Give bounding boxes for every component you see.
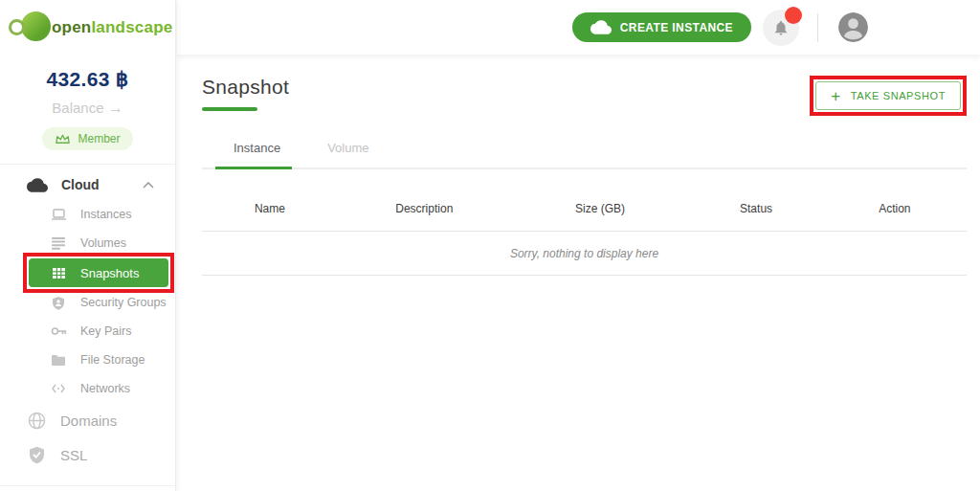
title-block: Snapshot [202, 76, 289, 111]
person-icon [838, 12, 868, 42]
crown-icon [55, 132, 71, 145]
sidebar-item-label: Domains [60, 413, 154, 429]
title-underline [202, 107, 257, 111]
chevron-up-icon [143, 182, 154, 189]
logo[interactable]: openlandscape [0, 0, 175, 49]
tab-bar: Instance Volume [202, 141, 967, 169]
main-content: Snapshot + TAKE SNAPSHOT Instance Volume… [177, 55, 980, 491]
create-instance-label: CREATE INSTANCE [620, 21, 733, 34]
table-empty-state: Sorry, nothing to display here [202, 232, 967, 275]
sidebar-item-instances[interactable]: Instances [0, 200, 175, 229]
sidebar-item-label: Key Pairs [80, 324, 132, 338]
sidebar-section-label: Cloud [61, 177, 143, 192]
plus-icon: + [831, 88, 841, 104]
logo-text-open: open [52, 18, 91, 36]
page-title: Snapshot [202, 76, 289, 99]
sidebar-item-label: Networks [80, 382, 130, 395]
sidebar-item-label: Security Groups [80, 296, 167, 309]
table-header-status: Status [689, 202, 822, 215]
key-pairs-icon [49, 325, 68, 337]
topbar: CREATE INSTANCE [177, 0, 980, 55]
sidebar-item-security-groups[interactable]: Security Groups [0, 288, 175, 317]
member-badge-label: Member [78, 132, 120, 145]
volumes-icon [49, 236, 68, 250]
sidebar-section-cloud[interactable]: Cloud [0, 169, 175, 200]
table-header-row: Name Description Size (GB) Status Action [202, 202, 967, 215]
sidebar-section-billing[interactable]: Billing [0, 486, 175, 491]
balance-block: 432.63 ฿ Balance → Member [0, 68, 175, 150]
sidebar-nav: Cloud Instances [0, 165, 175, 491]
snapshots-icon [49, 267, 68, 279]
sidebar: openlandscape 432.63 ฿ Balance → Member [0, 0, 176, 491]
globe-icon [24, 412, 49, 430]
create-instance-button[interactable]: CREATE INSTANCE [572, 12, 751, 42]
sidebar-item-label: Snapshots [80, 266, 139, 280]
notification-unread-badge [785, 7, 802, 24]
sidebar-item-domains[interactable]: Domains [0, 403, 175, 437]
tab-volume[interactable]: Volume [327, 141, 368, 167]
balance-link[interactable]: Balance → [0, 100, 175, 117]
table-header-action: Action [823, 202, 967, 215]
logo-text-landscape: landscape [91, 18, 172, 36]
sidebar-item-key-pairs[interactable]: Key Pairs [0, 317, 175, 346]
cloud-icon [26, 178, 49, 192]
shield-check-icon [24, 446, 49, 464]
balance-amount: 432.63 ฿ [0, 68, 175, 91]
openlandscape-logo-icon [8, 11, 52, 43]
sidebar-item-label: Instances [80, 208, 132, 221]
sidebar-item-label: File Storage [80, 353, 145, 367]
cloud-icon [590, 20, 612, 34]
networks-icon [49, 383, 68, 394]
sidebar-item-label: SSL [60, 447, 154, 463]
balance-label: Balance [52, 100, 103, 116]
sidebar-item-snapshots[interactable]: Snapshots [29, 258, 168, 287]
tab-instance[interactable]: Instance [234, 141, 280, 167]
table-header-size: Size (GB) [511, 202, 690, 215]
arrow-right-icon: → [108, 100, 123, 116]
instances-icon [49, 208, 68, 221]
take-snapshot-label: TAKE SNAPSHOT [851, 90, 946, 101]
security-groups-icon [49, 296, 68, 310]
sidebar-item-label: Volumes [80, 236, 126, 250]
take-snapshot-button[interactable]: + TAKE SNAPSHOT [815, 81, 961, 110]
annotation-box-take-snapshot: + TAKE SNAPSHOT [810, 76, 967, 116]
topbar-divider [817, 13, 818, 42]
user-avatar[interactable] [838, 12, 868, 42]
content-header: Snapshot + TAKE SNAPSHOT [202, 76, 967, 116]
logo-text: openlandscape [52, 19, 172, 35]
annotation-box-snapshots: Snapshots [23, 253, 174, 293]
sidebar-item-file-storage[interactable]: File Storage [0, 346, 175, 374]
table-header-description: Description [338, 202, 511, 215]
table-divider [202, 275, 967, 276]
table-header-name: Name [202, 202, 338, 215]
sidebar-item-networks[interactable]: Networks [0, 374, 175, 403]
member-badge[interactable]: Member [42, 127, 132, 150]
notifications-button[interactable] [763, 10, 799, 46]
sidebar-item-ssl[interactable]: SSL [0, 437, 175, 472]
app-window: openlandscape 432.63 ฿ Balance → Member [0, 0, 980, 491]
file-storage-icon [49, 354, 68, 367]
